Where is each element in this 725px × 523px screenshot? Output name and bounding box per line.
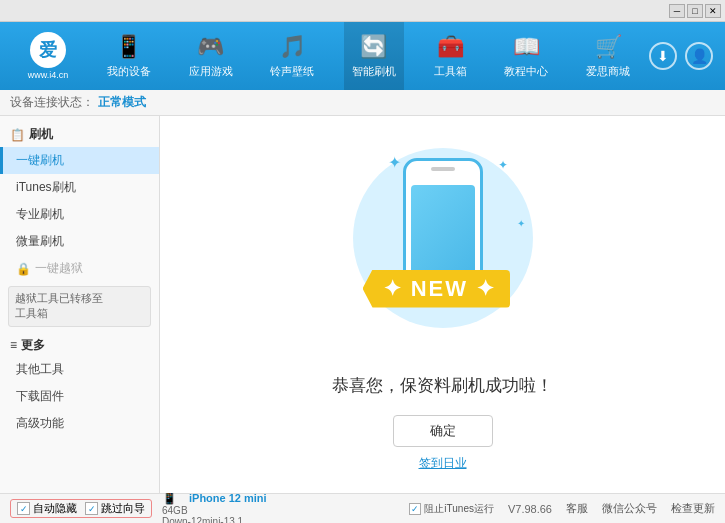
nav-my-device[interactable]: 📱 我的设备 — [99, 22, 159, 90]
update-link[interactable]: 检查更新 — [671, 501, 715, 516]
itunes-label: 阻止iTunes运行 — [424, 502, 494, 516]
nav-apps-games[interactable]: 🎮 应用游戏 — [181, 22, 241, 90]
flash-section-label: 刷机 — [29, 126, 53, 143]
lock-icon: 🔒 — [16, 262, 31, 276]
nav-ringtone[interactable]: 🎵 铃声壁纸 — [262, 22, 322, 90]
other-tools-label: 其他工具 — [16, 361, 64, 378]
logo-url: www.i4.cn — [28, 70, 69, 80]
success-message: 恭喜您，保资料刷机成功啦！ — [332, 374, 553, 397]
auto-hide-label: 自动隐藏 — [33, 501, 77, 516]
header: 爱 www.i4.cn 📱 我的设备 🎮 应用游戏 🎵 铃声壁纸 🔄 智能刷机 … — [0, 22, 725, 90]
device-model: Down-12mini-13,1 — [162, 516, 267, 524]
apps-icon: 🎮 — [197, 34, 224, 60]
nav-shop-label: 爱思商城 — [586, 64, 630, 79]
phone-screen — [411, 185, 475, 275]
sidebar-item-download-firmware[interactable]: 下载固件 — [0, 383, 159, 410]
nav-tutorial[interactable]: 📖 教程中心 — [496, 22, 556, 90]
jailbreak-label: 一键越狱 — [35, 260, 83, 277]
center-content: ✦ ✦ ✦ ✦ NEW ✦ 恭喜您，保资料刷机成功啦！ 确定 签到日业 — [160, 116, 725, 493]
daily-button[interactable]: 签到日业 — [419, 455, 467, 472]
confirm-button[interactable]: 确定 — [393, 415, 493, 447]
window-controls[interactable]: ─ □ ✕ — [669, 4, 721, 18]
bottom-right: ✓ 阻止iTunes运行 V7.98.66 客服 微信公众号 检查更新 — [409, 501, 715, 516]
header-right: ⬇ 👤 — [649, 42, 717, 70]
bottom-bar: ✓ 自动隐藏 ✓ 跳过向导 📱 iPhone 12 mini 64GB Down… — [0, 493, 725, 523]
version-text: V7.98.66 — [508, 503, 552, 515]
main-content: 📋 刷机 一键刷机 iTunes刷机 专业刷机 微量刷机 🔒 一键越狱 越狱工具… — [0, 116, 725, 493]
device-info-area: 📱 iPhone 12 mini 64GB Down-12mini-13,1 — [162, 491, 267, 524]
download-firmware-label: 下载固件 — [16, 388, 64, 405]
device-name: iPhone 12 mini — [189, 492, 267, 504]
logo[interactable]: 爱 www.i4.cn — [8, 32, 88, 80]
nav-ringtone-label: 铃声壁纸 — [270, 64, 314, 79]
maximize-btn[interactable]: □ — [687, 4, 703, 18]
nav-my-device-label: 我的设备 — [107, 64, 151, 79]
sidebar-item-itunes-flash[interactable]: iTunes刷机 — [0, 174, 159, 201]
itunes-running: ✓ 阻止iTunes运行 — [409, 502, 494, 516]
skip-guide-checkbox[interactable]: ✓ 跳过向导 — [85, 501, 145, 516]
nav-bar: 📱 我的设备 🎮 应用游戏 🎵 铃声壁纸 🔄 智能刷机 🧰 工具箱 📖 教程中心… — [88, 22, 649, 90]
wechat-link[interactable]: 微信公众号 — [602, 501, 657, 516]
sparkle-3: ✦ — [517, 218, 525, 229]
sidebar-item-one-key-flash[interactable]: 一键刷机 — [0, 147, 159, 174]
one-key-flash-label: 一键刷机 — [16, 152, 64, 169]
sidebar: 📋 刷机 一键刷机 iTunes刷机 专业刷机 微量刷机 🔒 一键越狱 越狱工具… — [0, 116, 160, 493]
wipe-flash-label: 微量刷机 — [16, 233, 64, 250]
sidebar-notice: 越狱工具已转移至工具箱 — [8, 286, 151, 327]
support-link[interactable]: 客服 — [566, 501, 588, 516]
auto-hide-checkbox[interactable]: ✓ 自动隐藏 — [17, 501, 77, 516]
advanced-label: 高级功能 — [16, 415, 64, 432]
new-label: ✦ NEW ✦ — [383, 276, 497, 301]
auto-hide-check-box[interactable]: ✓ — [17, 502, 30, 515]
sidebar-item-wipe-flash[interactable]: 微量刷机 — [0, 228, 159, 255]
sidebar-item-other-tools[interactable]: 其他工具 — [0, 356, 159, 383]
title-bar: ─ □ ✕ — [0, 0, 725, 22]
checkbox-group: ✓ 自动隐藏 ✓ 跳过向导 — [10, 499, 152, 518]
nav-smart-flash[interactable]: 🔄 智能刷机 — [344, 22, 404, 90]
sidebar-section-flash: 📋 刷机 — [0, 122, 159, 147]
nav-toolbox-label: 工具箱 — [434, 64, 467, 79]
phone-speaker — [431, 167, 455, 171]
new-ribbon: ✦ NEW ✦ — [363, 270, 511, 308]
sidebar-item-pro-flash[interactable]: 专业刷机 — [0, 201, 159, 228]
account-btn[interactable]: 👤 — [685, 42, 713, 70]
minimize-btn[interactable]: ─ — [669, 4, 685, 18]
toolbox-icon: 🧰 — [437, 34, 464, 60]
status-label: 设备连接状态： — [10, 94, 94, 111]
nav-tutorial-label: 教程中心 — [504, 64, 548, 79]
device-storage: 64GB — [162, 505, 267, 516]
status-bar: 设备连接状态： 正常模式 — [0, 90, 725, 116]
ringtone-icon: 🎵 — [279, 34, 306, 60]
nav-apps-label: 应用游戏 — [189, 64, 233, 79]
notice-text: 越狱工具已转移至工具箱 — [15, 292, 103, 319]
itunes-checkbox[interactable]: ✓ — [409, 503, 421, 515]
device-icon: 📱 — [115, 34, 142, 60]
flash-section-icon: 📋 — [10, 128, 25, 142]
logo-icon: 爱 — [30, 32, 66, 68]
sparkle-2: ✦ — [498, 158, 508, 172]
skip-guide-check-box[interactable]: ✓ — [85, 502, 98, 515]
nav-toolbox[interactable]: 🧰 工具箱 — [426, 22, 475, 90]
download-btn[interactable]: ⬇ — [649, 42, 677, 70]
shop-icon: 🛒 — [595, 34, 622, 60]
more-label: 更多 — [21, 337, 45, 354]
itunes-flash-label: iTunes刷机 — [16, 179, 76, 196]
tutorial-icon: 📖 — [513, 34, 540, 60]
skip-guide-label: 跳过向导 — [101, 501, 145, 516]
status-value: 正常模式 — [98, 94, 146, 111]
more-icon: ≡ — [10, 338, 17, 352]
flash-icon: 🔄 — [360, 34, 387, 60]
pro-flash-label: 专业刷机 — [16, 206, 64, 223]
close-btn[interactable]: ✕ — [705, 4, 721, 18]
sidebar-item-advanced[interactable]: 高级功能 — [0, 410, 159, 437]
sidebar-section-more: ≡ 更多 — [0, 331, 159, 356]
sidebar-item-jailbreak: 🔒 一键越狱 — [0, 255, 159, 282]
success-illustration: ✦ ✦ ✦ ✦ NEW ✦ — [343, 138, 543, 358]
nav-shop[interactable]: 🛒 爱思商城 — [578, 22, 638, 90]
sparkle-1: ✦ — [388, 153, 401, 172]
nav-flash-label: 智能刷机 — [352, 64, 396, 79]
